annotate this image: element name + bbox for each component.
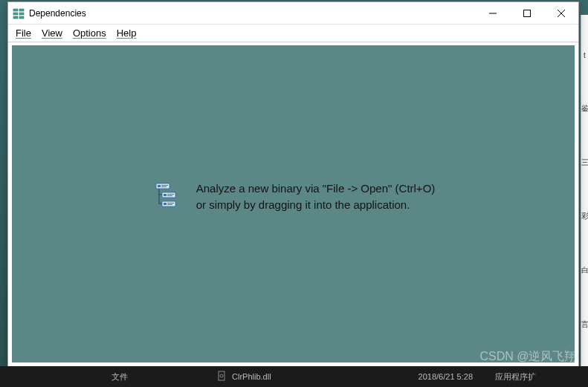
- svg-rect-3: [19, 13, 24, 15]
- menubar: File View Options Help: [8, 25, 578, 42]
- taskbar-time: 2018/6/21 5:28: [419, 372, 495, 381]
- taskbar-type: 应用程序扩: [495, 371, 588, 383]
- svg-point-23: [220, 374, 223, 377]
- window-controls: [476, 2, 578, 25]
- app-icon: [13, 7, 25, 19]
- svg-rect-11: [158, 185, 161, 187]
- window-title: Dependencies: [29, 8, 476, 19]
- menu-view[interactable]: View: [42, 27, 62, 39]
- svg-rect-2: [13, 13, 18, 15]
- background-taskbar: 文件 ClrPhlib.dll 2018/6/21 5:28 应用程序扩: [0, 366, 588, 387]
- close-button[interactable]: [544, 2, 578, 25]
- file-icon: [217, 371, 227, 383]
- svg-rect-15: [164, 194, 167, 196]
- minimize-button[interactable]: [476, 2, 510, 25]
- maximize-button[interactable]: [510, 2, 544, 25]
- empty-state: Analyze a new binary via "File -> Open" …: [12, 45, 575, 362]
- svg-rect-5: [19, 16, 24, 19]
- taskbar-filename: ClrPhlib.dll: [232, 372, 271, 381]
- taskbar-label: 文件: [112, 371, 128, 383]
- background-panel-edge: t鉴三彩白言: [581, 15, 588, 366]
- tree-hierarchy-icon: [152, 181, 181, 210]
- content-area[interactable]: Analyze a new binary via "File -> Open" …: [12, 45, 575, 362]
- svg-rect-1: [19, 9, 24, 11]
- empty-state-message: Analyze a new binary via "File -> Open" …: [196, 181, 436, 213]
- svg-rect-0: [13, 9, 18, 11]
- dependencies-window: Dependencies File View Options Help: [7, 1, 579, 367]
- menu-options[interactable]: Options: [73, 27, 106, 39]
- svg-rect-19: [164, 203, 167, 205]
- svg-rect-7: [524, 10, 531, 16]
- empty-line-2: or simply by dragging it into the applic…: [196, 197, 436, 213]
- menu-help[interactable]: Help: [117, 27, 137, 39]
- menu-file[interactable]: File: [16, 27, 31, 39]
- svg-rect-22: [219, 371, 224, 380]
- svg-rect-4: [13, 16, 18, 19]
- titlebar[interactable]: Dependencies: [8, 2, 578, 25]
- empty-line-1: Analyze a new binary via "File -> Open" …: [196, 181, 436, 197]
